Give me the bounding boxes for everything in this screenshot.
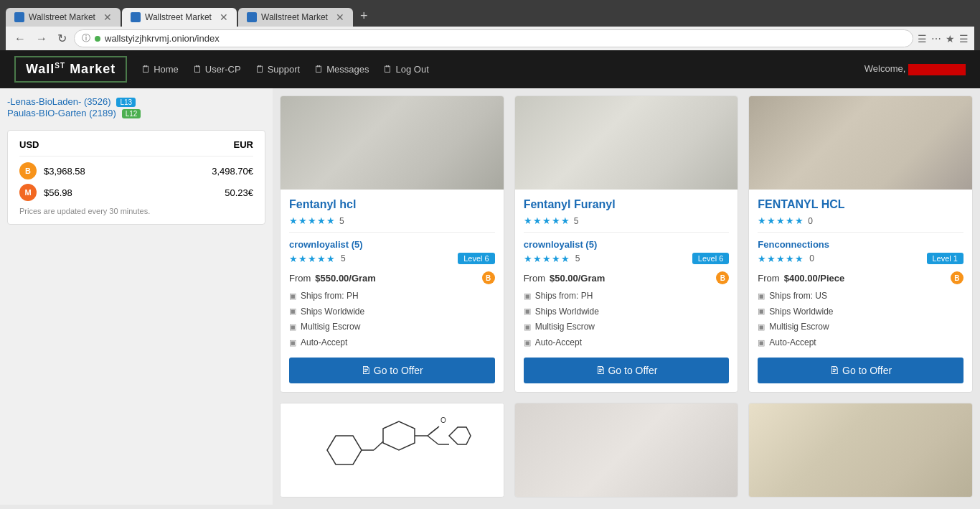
svg-text:O: O bbox=[440, 416, 446, 424]
svg-marker-10 bbox=[449, 427, 471, 444]
tab-favicon-2 bbox=[131, 12, 141, 22]
product-body-1: Fentanyl hcl ★★★★★ 5 crownloyalist (5) ★… bbox=[281, 190, 504, 392]
vendor-link-3[interactable]: Fenconnections bbox=[758, 239, 829, 250]
tab-label-2: Wallstreet Market bbox=[145, 12, 215, 22]
xmr-price-row: M $56.98 50.23€ bbox=[19, 184, 253, 201]
svg-line-6 bbox=[429, 426, 439, 434]
product-rating-2: ★★★★★ 5 bbox=[524, 215, 730, 226]
tab-favicon-1 bbox=[14, 12, 24, 22]
address-bar[interactable]: ⓘ wallstyizjhkrvmj.onion/index bbox=[74, 29, 913, 47]
product-stars-2: ★★★★★ bbox=[524, 215, 570, 226]
tab-1[interactable]: Wallstreet Market ✕ bbox=[6, 8, 121, 27]
product-title-1[interactable]: Fentanyl hcl bbox=[289, 198, 495, 211]
new-tab-button[interactable]: + bbox=[354, 6, 374, 27]
reload-button[interactable]: ↻ bbox=[55, 30, 70, 47]
detail-icon: ▣ bbox=[289, 289, 296, 304]
go-to-offer-btn-2[interactable]: 🖹 Go to Offer bbox=[524, 358, 730, 383]
tab-label-3: Wallstreet Market bbox=[261, 12, 331, 22]
tab-close-2[interactable]: ✕ bbox=[220, 12, 228, 22]
product-details-1: ▣ Ships from: PH ▣ Ships Worldwide ▣ Mul… bbox=[289, 289, 495, 350]
secure-indicator bbox=[95, 36, 100, 42]
sidebar-link-1[interactable]: -Lenas-BioLaden- (3526) bbox=[7, 96, 111, 107]
tab-close-3[interactable]: ✕ bbox=[336, 12, 344, 22]
svg-line-8 bbox=[428, 436, 438, 444]
vendor-review-count-2: 5 bbox=[575, 253, 580, 263]
tabs-bar: Wallstreet Market ✕ Wallstreet Market ✕ … bbox=[6, 6, 974, 27]
welcome-text: Welcome, bbox=[864, 63, 966, 75]
nav-logout[interactable]: 🗒 Log Out bbox=[383, 64, 428, 75]
sidebar-badge-1: L13 bbox=[116, 98, 136, 107]
product-title-2[interactable]: Fentanyl Furanyl bbox=[524, 198, 730, 211]
review-count-3: 0 bbox=[808, 216, 813, 226]
tab-close-1[interactable]: ✕ bbox=[103, 12, 112, 22]
usd-label: USD bbox=[19, 139, 39, 150]
tab-2[interactable]: Wallstreet Market ✕ bbox=[122, 8, 237, 27]
product-details-2: ▣ Ships from: PH ▣ Ships Worldwide ▣ Mul… bbox=[524, 289, 730, 350]
logout-icon: 🗒 bbox=[383, 64, 392, 75]
vendor-link-1[interactable]: crownloyalist (5) bbox=[289, 239, 363, 250]
reader-view-button[interactable]: ☰ bbox=[918, 33, 927, 45]
product-stars-1: ★★★★★ bbox=[289, 215, 335, 226]
detail-icon: ▣ bbox=[289, 304, 296, 319]
product-price-1: $550.00/Gram bbox=[315, 273, 376, 284]
vendor-meta-2: ★★★★★ 5 Level 6 bbox=[524, 253, 730, 264]
xmr-icon: M bbox=[19, 184, 37, 201]
product-details-3: ▣ Ships from: US ▣ Ships Worldwide ▣ Mul… bbox=[758, 289, 963, 350]
nav-support[interactable]: 🗒 Support bbox=[255, 64, 301, 75]
eur-label: EUR bbox=[234, 139, 253, 150]
site-header: WallST Market 🗒 Home 🗒 User-CP 🗒 Support… bbox=[0, 50, 980, 88]
info-icon: ⓘ bbox=[82, 32, 90, 45]
forward-button[interactable]: → bbox=[33, 31, 50, 47]
btc-eur: 3,498.70€ bbox=[212, 166, 253, 177]
btc-icon: B bbox=[19, 162, 37, 179]
xmr-usd: $56.98 bbox=[44, 187, 217, 198]
vendor-review-count-1: 5 bbox=[341, 253, 346, 263]
solid-image-3 bbox=[749, 403, 972, 497]
product-card-3: FENTANYL HCL ★★★★★ 0 Fenconnections ★★★★… bbox=[748, 95, 973, 393]
site-logo[interactable]: WallST Market bbox=[14, 56, 127, 83]
nav-messages[interactable]: 🗒 Messages bbox=[314, 64, 369, 75]
product-title-3[interactable]: FENTANYL HCL bbox=[758, 198, 963, 211]
browser-chrome: Wallstreet Market ✕ Wallstreet Market ✕ … bbox=[0, 0, 980, 50]
btc-price-row: B $3,968.58 3,498.70€ bbox=[19, 162, 253, 179]
powder-image-2 bbox=[515, 403, 738, 497]
detail-icon: ▣ bbox=[524, 336, 531, 350]
sidebar-links: -Lenas-BioLaden- (3526) L13 Paulas-BIO-G… bbox=[7, 95, 265, 118]
price-note: Prices are updated every 30 minutes. bbox=[19, 207, 253, 215]
go-to-offer-btn-3[interactable]: 🖹 Go to Offer bbox=[758, 358, 963, 383]
support-icon: 🗒 bbox=[255, 64, 265, 75]
main-content: Fentanyl hcl ★★★★★ 5 crownloyalist (5) ★… bbox=[273, 88, 980, 505]
product-price-3: $400.00/Piece bbox=[784, 273, 845, 284]
bookmark-button[interactable]: ★ bbox=[946, 33, 955, 45]
btc-badge-1: B bbox=[482, 271, 495, 284]
address-text: wallstyizjhkrvmj.onion/index bbox=[105, 33, 905, 44]
detail-icon: ▣ bbox=[289, 320, 296, 335]
detail-icon: ▣ bbox=[524, 320, 531, 335]
vendor-link-2[interactable]: crownloyalist (5) bbox=[524, 239, 598, 250]
xmr-eur: 50.23€ bbox=[225, 187, 253, 198]
detail-icon: ▣ bbox=[758, 320, 765, 335]
sidebar-link-2[interactable]: Paulas-BIO-Garten (2189) bbox=[7, 108, 116, 118]
product-price-2: $50.00/Gram bbox=[550, 273, 605, 284]
vendor-stars-1: ★★★★★ bbox=[289, 253, 335, 264]
nav-home[interactable]: 🗒 Home bbox=[141, 64, 179, 75]
second-row-card-2 bbox=[514, 403, 739, 498]
level-badge-2: Level 6 bbox=[692, 253, 729, 264]
btc-badge-2: B bbox=[716, 271, 729, 284]
back-button[interactable]: ← bbox=[11, 31, 29, 47]
product-body-2: Fentanyl Furanyl ★★★★★ 5 crownloyalist (… bbox=[515, 190, 738, 392]
detail-icon: ▣ bbox=[524, 289, 531, 304]
second-row-card-3 bbox=[748, 403, 973, 498]
tab-3[interactable]: Wallstreet Market ✕ bbox=[238, 8, 353, 27]
go-to-offer-btn-1[interactable]: 🖹 Go to Offer bbox=[289, 358, 495, 383]
detail-icon: ▣ bbox=[758, 336, 765, 350]
level-badge-1: Level 6 bbox=[458, 253, 494, 264]
usercp-icon: 🗒 bbox=[193, 64, 202, 75]
nav-user-cp[interactable]: 🗒 User-CP bbox=[193, 64, 241, 75]
product-price-row-2: From $50.00/Gram B bbox=[524, 271, 730, 284]
chemical-structure-image: O bbox=[281, 403, 504, 497]
product-card-1: Fentanyl hcl ★★★★★ 5 crownloyalist (5) ★… bbox=[280, 95, 504, 393]
menu-button[interactable]: ☰ bbox=[959, 33, 969, 45]
more-button[interactable]: ⋯ bbox=[931, 33, 941, 45]
product-rating-3: ★★★★★ 0 bbox=[758, 215, 963, 226]
